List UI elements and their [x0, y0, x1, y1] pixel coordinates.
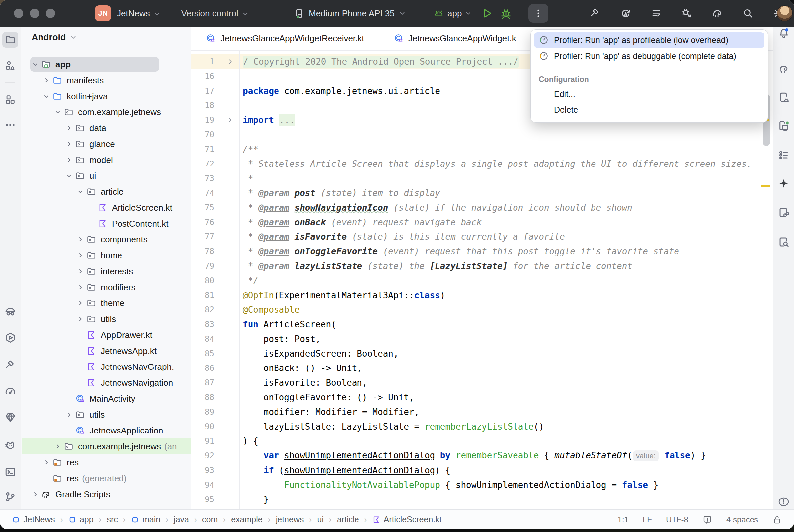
- tree-row-home[interactable]: home: [21, 247, 191, 263]
- tree-row-components[interactable]: components: [21, 231, 191, 247]
- warning-stripe-mark[interactable]: [761, 185, 771, 187]
- breadcrumb-jetnews[interactable]: JetNews: [12, 515, 55, 525]
- tree-row-appdrawer-kt[interactable]: AppDrawer.kt: [21, 327, 191, 343]
- chevron-right-icon[interactable]: [75, 282, 86, 293]
- breadcrumb-main[interactable]: main: [131, 515, 160, 525]
- tree-row-kotlin-java[interactable]: kotlin+java: [21, 88, 191, 104]
- squares-icon[interactable]: [4, 94, 16, 106]
- tree-row-mainactivity[interactable]: MainActivity: [21, 391, 191, 406]
- project-folder-icon[interactable]: [2, 32, 18, 48]
- tree-row-com-example-jetnews[interactable]: com.example.jetnews: [21, 104, 191, 120]
- tree-row-utils[interactable]: utils: [21, 311, 191, 327]
- chevron-down-icon[interactable]: [41, 91, 52, 102]
- elephant-icon[interactable]: [778, 63, 790, 75]
- shapes-icon[interactable]: [4, 60, 16, 72]
- diamond-icon[interactable]: [4, 411, 16, 423]
- unlock-icon[interactable]: [772, 515, 782, 525]
- more-run-options-button[interactable]: [529, 4, 548, 22]
- tree-row-res[interactable]: res(generated): [21, 470, 191, 486]
- breadcrumb-articlescreen-kt[interactable]: ArticleScreen.kt: [372, 515, 442, 525]
- menu-item-delete[interactable]: Delete: [531, 102, 768, 118]
- run-configuration-widget[interactable]: app: [433, 6, 514, 21]
- tree-row-articlescreen-kt[interactable]: ArticleScreen.kt: [21, 200, 191, 215]
- chevron-right-icon[interactable]: [75, 314, 86, 325]
- breadcrumb-ui[interactable]: ui: [317, 515, 323, 525]
- editor-tab-0[interactable]: JetnewsGlanceAppWidgetReceiver.kt: [191, 26, 379, 51]
- chevron-down-icon[interactable]: [63, 170, 75, 182]
- breadcrumb-jetnews[interactable]: jetnews: [276, 515, 304, 525]
- file-search-icon[interactable]: [778, 236, 790, 248]
- tree-row-jetnewsapp-kt[interactable]: JetnewsApp.kt: [21, 343, 191, 359]
- chevron-right-icon[interactable]: [63, 154, 75, 166]
- close-window-button[interactable]: [14, 8, 23, 18]
- file-link-icon[interactable]: [778, 206, 790, 218]
- tree-row-postcontent-kt[interactable]: PostContent.kt: [21, 215, 191, 231]
- terminal-icon[interactable]: [4, 466, 16, 478]
- tree-row-theme[interactable]: theme: [21, 295, 191, 311]
- caret-position-widget[interactable]: 1:1: [618, 515, 629, 525]
- chevron-right-icon[interactable]: [41, 457, 52, 468]
- problem-oval-icon[interactable]: [778, 496, 790, 508]
- breadcrumb-java[interactable]: java: [173, 515, 189, 525]
- phone-droid-icon[interactable]: [778, 91, 790, 103]
- gauge-icon[interactable]: [4, 385, 16, 397]
- breadcrumb-app[interactable]: app: [68, 515, 94, 525]
- tree-row-manifests[interactable]: manifests: [21, 72, 191, 88]
- chevron-down-icon[interactable]: [52, 107, 63, 118]
- bell-icon[interactable]: [778, 27, 790, 39]
- editor-tab-1[interactable]: JetnewsGlanceAppWidget.k: [379, 26, 531, 51]
- search-icon[interactable]: [740, 6, 756, 21]
- menu-item-profiler-profileable[interactable]: Profiler: Run 'app' as profileable (low …: [534, 32, 764, 48]
- tree-row-com-example-jetnews[interactable]: com.example.jetnews(an: [21, 438, 191, 454]
- chevron-right-icon[interactable]: [75, 250, 86, 261]
- tree-row-res[interactable]: res: [21, 454, 191, 470]
- elephant-icon[interactable]: [710, 6, 725, 21]
- running-devices-icon[interactable]: [778, 120, 790, 132]
- tree-row-jetnewsapplication[interactable]: JetnewsApplication: [21, 422, 191, 438]
- chevron-right-icon[interactable]: [63, 122, 75, 134]
- chevron-right-icon[interactable]: [52, 441, 63, 452]
- line-separator-widget[interactable]: LF: [643, 515, 652, 525]
- tree-row-gradle-scripts[interactable]: Gradle Scripts: [21, 486, 191, 502]
- hexagon-play-icon[interactable]: [4, 332, 16, 344]
- tree-row-utils[interactable]: utils: [21, 406, 191, 422]
- zoom-window-button[interactable]: [46, 8, 55, 18]
- hat-glasses-icon[interactable]: [4, 306, 16, 318]
- tree-row-jetnewsnavgraph-[interactable]: JetnewsNavGraph.: [21, 359, 191, 375]
- inspections-widget-icon[interactable]: [702, 515, 712, 525]
- project-view-selector[interactable]: Android: [21, 26, 191, 49]
- chevron-right-icon[interactable]: [75, 298, 86, 309]
- bullet-list-icon[interactable]: [778, 149, 790, 161]
- sparkle-icon[interactable]: [778, 177, 790, 189]
- chevron-right-icon[interactable]: [30, 489, 41, 500]
- list-lines-icon[interactable]: [649, 6, 664, 21]
- chevron-right-icon[interactable]: [41, 75, 52, 86]
- run-button[interactable]: [480, 6, 495, 21]
- chevron-down-icon[interactable]: [30, 59, 41, 70]
- minimize-window-button[interactable]: [30, 8, 39, 18]
- breadcrumb-src[interactable]: src: [107, 515, 118, 525]
- fold-toggle-icon[interactable]: [215, 116, 239, 124]
- breadcrumb-example[interactable]: example: [231, 515, 262, 525]
- encoding-widget[interactable]: UTF-8: [666, 515, 688, 525]
- menu-item-profiler-debuggable[interactable]: Profiler: Run 'app' as debuggable (compl…: [534, 48, 764, 64]
- hammer-icon[interactable]: [4, 359, 16, 371]
- chevron-right-icon[interactable]: [75, 266, 86, 277]
- fold-toggle-icon[interactable]: [215, 58, 239, 65]
- chevron-right-icon[interactable]: [63, 138, 75, 150]
- chevron-right-icon[interactable]: [75, 234, 86, 245]
- tree-row-jetnewsnavigation[interactable]: JetnewsNavigation: [21, 375, 191, 391]
- bug-arrow-icon[interactable]: [679, 6, 695, 21]
- sync-a-icon[interactable]: [618, 6, 633, 21]
- tree-row-model[interactable]: model: [21, 152, 191, 168]
- tree-row-article[interactable]: article: [21, 184, 191, 200]
- tree-row-interests[interactable]: interests: [21, 263, 191, 279]
- vcs-menu[interactable]: Version control: [181, 8, 249, 19]
- tree-row-data[interactable]: data: [21, 120, 191, 136]
- tree-row-glance[interactable]: glance: [21, 136, 191, 152]
- breadcrumb-com[interactable]: com: [202, 515, 218, 525]
- debug-button[interactable]: [498, 6, 514, 21]
- hammer-icon[interactable]: [588, 6, 603, 21]
- chevron-right-icon[interactable]: [63, 409, 75, 420]
- tree-row-modifiers[interactable]: modifiers: [21, 279, 191, 295]
